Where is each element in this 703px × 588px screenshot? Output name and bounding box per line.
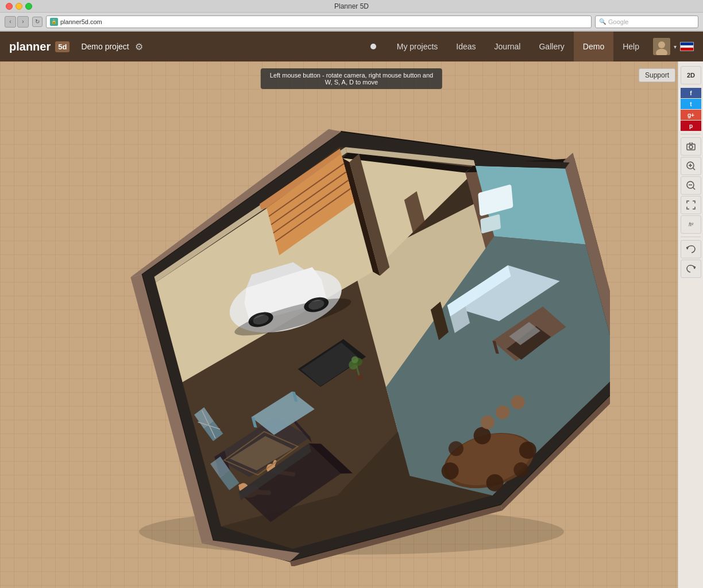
- refresh-button[interactable]: ↻: [32, 17, 43, 27]
- user-dropdown-arrow[interactable]: ▾: [674, 44, 677, 50]
- view-2d-button[interactable]: 2D: [681, 66, 701, 84]
- search-placeholder: Google: [608, 18, 628, 25]
- screenshot-button[interactable]: [681, 137, 701, 156]
- pinterest-button[interactable]: p: [681, 121, 701, 131]
- social-buttons: f t g+ p: [681, 88, 701, 131]
- window-max-btn[interactable]: [25, 3, 32, 10]
- tooltip-bar: Left mouse button - rotate camera, right…: [261, 68, 442, 89]
- googleplus-button[interactable]: g+: [681, 110, 701, 120]
- redo-button[interactable]: [681, 260, 701, 278]
- main-content: Left mouse button - rotate camera, right…: [0, 61, 703, 588]
- forward-button[interactable]: ›: [17, 16, 29, 28]
- nav-gallery[interactable]: Gallery: [530, 32, 573, 61]
- support-button[interactable]: Support: [639, 68, 675, 82]
- logo-text: planner: [9, 40, 51, 53]
- floor-plan-svg: [93, 95, 610, 566]
- address-text: planner5d.com: [60, 18, 102, 25]
- svg-line-105: [693, 188, 696, 190]
- nav-my-projects[interactable]: My projects: [388, 32, 447, 61]
- window-close-btn[interactable]: [6, 3, 13, 10]
- svg-line-101: [693, 168, 696, 171]
- avatar[interactable]: [653, 38, 670, 55]
- twitter-button[interactable]: t: [681, 99, 701, 109]
- svg-point-98: [689, 145, 693, 149]
- fullscreen-button[interactable]: [681, 196, 701, 214]
- toolbar-separator-1: [681, 134, 701, 134]
- ssl-icon: 🔒: [50, 18, 58, 26]
- logo-accent: 5d: [55, 41, 69, 52]
- flag-icon[interactable]: [680, 42, 694, 51]
- zoom-out-button[interactable]: [681, 176, 701, 195]
- nav-arrows: ‹ ›: [5, 16, 29, 28]
- nav-demo[interactable]: Demo: [574, 32, 613, 61]
- back-button[interactable]: ‹: [5, 16, 16, 28]
- app-header: planner 5d Demo project ⚙ My projects Id…: [0, 32, 703, 61]
- address-bar[interactable]: 🔒 planner5d.com: [46, 16, 592, 28]
- window-min-btn[interactable]: [16, 3, 22, 10]
- right-toolbar: 2D f t g+ p ft²: [678, 61, 703, 588]
- nav-journal[interactable]: Journal: [485, 32, 530, 61]
- toolbar-separator-2: [681, 237, 701, 237]
- header-dot: [370, 44, 376, 49]
- svg-marker-99: [689, 142, 693, 144]
- zoom-in-button[interactable]: [681, 157, 701, 175]
- units-button[interactable]: ft²: [681, 215, 701, 234]
- facebook-button[interactable]: f: [681, 88, 701, 98]
- settings-icon[interactable]: ⚙: [135, 41, 143, 52]
- nav-ideas[interactable]: Ideas: [447, 32, 485, 61]
- header-nav: My projects Ideas Journal Gallery Demo H…: [388, 32, 648, 61]
- nav-help[interactable]: Help: [613, 32, 648, 61]
- undo-button[interactable]: [681, 240, 701, 258]
- browser-title: Planner 5D: [334, 2, 369, 10]
- user-area: ▾: [653, 38, 694, 55]
- search-icon: 🔍: [599, 18, 606, 25]
- floor-plan-3d[interactable]: [34, 84, 669, 577]
- logo-area: planner 5d: [9, 40, 69, 53]
- project-name[interactable]: Demo project: [81, 42, 129, 51]
- svg-point-1: [658, 41, 665, 48]
- search-bar[interactable]: 🔍 Google: [595, 16, 698, 28]
